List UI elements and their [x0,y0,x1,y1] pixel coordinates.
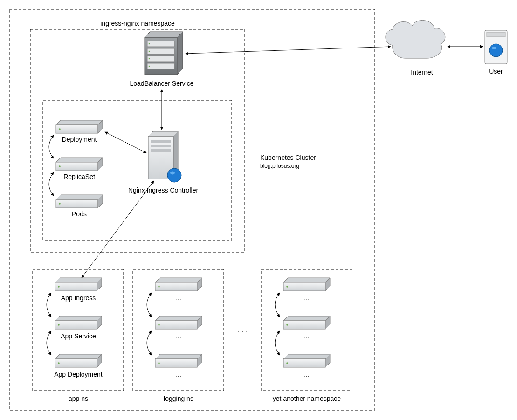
other-label-2: ... [304,332,310,340]
svg-marker-43 [155,278,202,282]
app-deployment-label: App Deployment [54,371,103,378]
svg-point-9 [149,58,150,60]
pods-label: Pods [72,210,87,218]
svg-point-8 [149,51,150,52]
svg-point-42 [58,362,60,364]
cluster-subtitle: blog.pilosus.org [260,163,299,169]
svg-marker-2 [177,32,183,75]
svg-point-14 [59,128,61,130]
svg-rect-64 [283,359,325,367]
svg-marker-39 [55,354,102,359]
svg-marker-59 [283,316,330,321]
svg-rect-32 [55,282,97,291]
other-item-3-icon [283,354,330,367]
user-label: User [489,68,503,75]
app-service-label: App Service [61,332,96,340]
arrow-deploy-controller [105,132,146,153]
svg-point-30 [170,172,175,175]
arrow-other-2 [275,331,280,355]
logging-item-2-icon [155,316,202,329]
svg-point-58 [286,286,288,288]
arrow-app-1 [47,293,51,317]
svg-marker-11 [56,120,103,125]
svg-rect-16 [56,162,98,171]
svg-rect-36 [55,321,97,329]
cluster-box [9,9,375,410]
logging-label-3: ... [176,371,181,378]
svg-rect-6 [147,63,174,69]
arrow-deploy-rs [49,135,54,158]
replicaset-icon [56,158,103,171]
replicaset-label: ReplicaSet [63,173,95,180]
other-item-1-icon [283,278,330,291]
svg-rect-27 [151,145,171,147]
svg-rect-52 [155,359,197,367]
svg-point-38 [58,324,60,326]
svg-point-62 [286,324,288,326]
deployment-label: Deployment [62,136,97,143]
svg-point-18 [59,165,61,167]
svg-marker-35 [55,316,102,321]
pods-icon [56,195,103,208]
arrow-app-2 [47,331,51,355]
svg-rect-28 [151,149,171,152]
ns-ellipsis: . . . [238,326,247,333]
arrow-lb-internet [186,47,391,54]
app-ns-label: app ns [69,395,88,402]
arrow-log-1 [147,293,152,317]
logging-label-2: ... [176,332,181,340]
internet-icon [386,21,445,58]
logging-item-1-icon [155,278,202,291]
svg-rect-20 [56,200,98,208]
user-icon [485,30,507,64]
svg-rect-48 [155,321,197,329]
nginx-controller-label: Nginx Ingress Controller [128,186,199,194]
app-deployment-icon [55,354,102,367]
app-service-icon [55,316,102,329]
svg-point-7 [149,43,150,45]
svg-rect-5 [147,56,174,62]
svg-point-34 [58,286,60,288]
svg-point-69 [489,44,503,57]
svg-rect-26 [151,140,171,143]
svg-point-29 [167,168,181,182]
svg-rect-56 [283,282,325,291]
internet-label: Internet [411,69,433,76]
other-label-3: ... [304,371,310,378]
svg-marker-63 [283,354,330,359]
svg-marker-15 [56,158,103,162]
arrow-other-1 [275,293,280,317]
logging-item-3-icon [155,354,202,367]
ingress-namespace-label: ingress-nginx namespace [100,20,175,27]
svg-marker-31 [55,278,102,282]
svg-rect-68 [487,32,505,37]
svg-marker-51 [155,354,202,359]
svg-point-50 [158,324,160,326]
svg-point-46 [158,286,160,288]
architecture-diagram: Kubernetes Cluster blog.pilosus.org ingr… [0,0,517,420]
svg-marker-1 [145,32,183,37]
other-label-1: ... [304,294,310,302]
svg-point-10 [149,66,150,67]
svg-point-54 [158,362,160,364]
cluster-title: Kubernetes Cluster [260,154,316,161]
other-ns-label: yet another namespace [273,395,341,402]
svg-point-70 [492,47,496,49]
app-ingress-icon [55,278,102,291]
deployment-icon [56,120,103,133]
svg-rect-40 [55,359,97,367]
svg-rect-44 [155,282,197,291]
svg-marker-19 [56,195,103,200]
app-ingress-label: App Ingress [61,294,96,302]
loadbalancer-icon [145,32,183,75]
svg-point-66 [286,362,288,364]
svg-marker-47 [155,316,202,321]
svg-marker-55 [283,278,330,282]
arrow-log-2 [147,331,152,355]
svg-rect-3 [147,41,174,47]
svg-rect-12 [56,125,98,133]
arrow-rs-pods [49,172,54,196]
svg-rect-60 [283,321,325,329]
svg-rect-4 [147,48,174,54]
nginx-controller-icon [148,131,181,182]
